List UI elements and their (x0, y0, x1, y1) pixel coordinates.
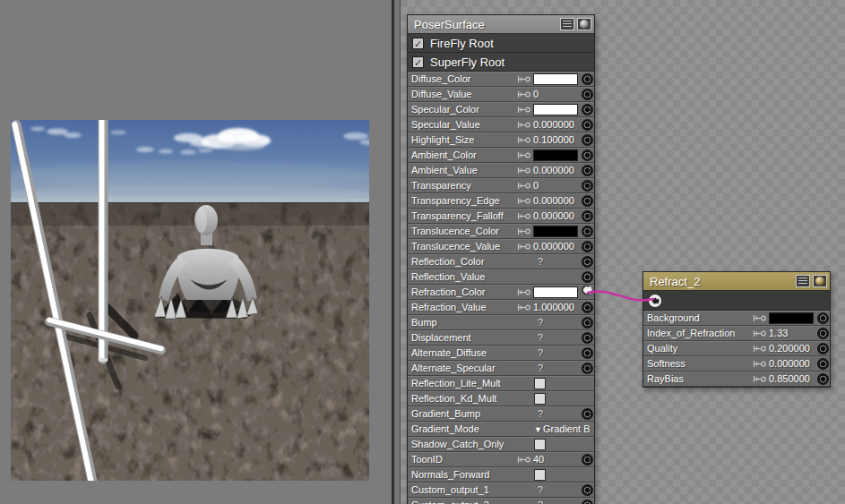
node-header[interactable]: Refract_2 (643, 272, 830, 291)
node-connector[interactable] (582, 89, 593, 100)
param-value[interactable]: 40 (533, 454, 544, 465)
animation-key-icon[interactable] (517, 303, 533, 312)
node-posersurface[interactable]: PoserSurface ✓ FireFly Root ✓ SuperFly R… (407, 14, 595, 504)
param-value-area: ? (533, 363, 580, 373)
color-swatch[interactable] (769, 312, 814, 324)
node-connector[interactable] (582, 119, 593, 131)
node-connector[interactable] (582, 408, 593, 420)
node-connector[interactable] (582, 73, 593, 85)
animation-key-icon[interactable] (753, 314, 769, 322)
node-refract-2[interactable]: Refract_2 BackgroundIndex_of_Refraction1… (642, 271, 831, 388)
panel-splitter[interactable] (392, 0, 401, 504)
param-value[interactable]: 0.000000 (533, 241, 574, 252)
node-connector[interactable] (582, 165, 593, 176)
param-value[interactable]: 0 (533, 180, 539, 191)
node-connector[interactable] (582, 134, 593, 146)
node-connector[interactable] (817, 312, 829, 324)
dropdown-value[interactable]: ▼Gradient B (534, 423, 591, 434)
unset-value[interactable]: ? (533, 363, 543, 373)
param-value[interactable]: 1.33 (769, 328, 788, 338)
param-value[interactable]: 0.100000 (533, 134, 574, 145)
animation-key-icon[interactable] (517, 90, 533, 98)
node-connector[interactable] (817, 358, 829, 370)
param-value[interactable]: 0.200000 (769, 343, 810, 354)
color-swatch[interactable] (533, 286, 578, 298)
node-connector[interactable] (582, 484, 593, 496)
node-connector[interactable] (582, 210, 593, 222)
param-value[interactable]: 0.000000 (533, 195, 574, 206)
param-value-area: ? (533, 500, 580, 504)
node-connector[interactable] (582, 317, 593, 329)
param-row-bump: Bump? (408, 315, 594, 330)
param-value[interactable]: 0.000000 (533, 119, 574, 130)
preview-sphere-icon[interactable] (813, 275, 827, 287)
animation-key-icon[interactable] (517, 151, 533, 159)
unset-value[interactable]: ? (533, 484, 543, 495)
param-value[interactable]: 0.850000 (769, 373, 810, 384)
unset-value[interactable]: ? (533, 500, 543, 504)
node-connector[interactable] (582, 347, 593, 359)
node-connector[interactable] (582, 195, 593, 207)
list-icon[interactable] (560, 18, 574, 30)
firefly-root-checkbox[interactable]: ✓ (412, 38, 424, 49)
animation-key-icon[interactable] (517, 243, 533, 251)
node-connector[interactable] (582, 104, 593, 115)
animation-key-icon[interactable] (517, 182, 533, 190)
param-row-refraction_value: Refraction_Value1.000000 (408, 300, 594, 315)
node-connector[interactable] (582, 332, 593, 344)
node-connector[interactable] (582, 302, 593, 313)
node-connector[interactable] (582, 226, 593, 237)
animation-key-icon[interactable] (517, 227, 533, 235)
node-connector[interactable] (582, 256, 593, 268)
animation-key-icon[interactable] (517, 456, 533, 464)
node-connector[interactable] (582, 271, 593, 283)
animation-key-icon[interactable] (517, 288, 533, 296)
animation-key-icon[interactable] (517, 121, 533, 129)
animation-key-icon[interactable] (753, 345, 769, 353)
animation-key-icon[interactable] (517, 75, 533, 83)
animation-key-icon[interactable] (753, 329, 769, 337)
list-icon[interactable] (796, 275, 810, 287)
param-checkbox[interactable] (534, 393, 546, 405)
node-connector[interactable] (582, 180, 593, 192)
output-socket-icon[interactable] (647, 293, 663, 309)
animation-key-icon[interactable] (753, 360, 769, 368)
param-value[interactable]: 0.000000 (769, 358, 810, 369)
color-swatch[interactable] (533, 73, 578, 85)
color-swatch[interactable] (533, 104, 578, 115)
node-connector[interactable] (817, 343, 829, 355)
animation-key-icon[interactable] (517, 212, 533, 220)
unset-value[interactable]: ? (533, 317, 543, 328)
node-connector[interactable] (582, 149, 593, 161)
animation-key-icon[interactable] (517, 106, 533, 114)
animation-key-icon[interactable] (517, 197, 533, 205)
param-value[interactable]: 0.000000 (533, 210, 574, 221)
param-value[interactable]: 0.000000 (533, 165, 574, 175)
param-value[interactable]: 1.000000 (533, 302, 574, 312)
param-checkbox[interactable] (534, 378, 546, 389)
connector-area (815, 312, 830, 324)
node-connector[interactable] (582, 363, 593, 374)
node-header[interactable]: PoserSurface (408, 15, 594, 34)
param-label: Normals_Forward (411, 469, 518, 480)
param-checkbox[interactable] (534, 469, 546, 481)
param-checkbox[interactable] (534, 439, 546, 450)
param-value[interactable]: 0 (533, 89, 539, 99)
node-connector[interactable] (817, 373, 829, 385)
node-connector[interactable] (582, 454, 593, 466)
node-connector[interactable] (582, 241, 593, 252)
animation-key-icon[interactable] (517, 167, 533, 175)
unset-value[interactable]: ? (533, 256, 543, 267)
color-swatch[interactable] (533, 149, 578, 161)
node-connector[interactable] (582, 500, 593, 504)
unset-value[interactable]: ? (533, 332, 543, 343)
node-connector-plugged[interactable] (581, 284, 593, 300)
unset-value[interactable]: ? (533, 408, 543, 419)
unset-value[interactable]: ? (533, 347, 543, 358)
preview-sphere-icon[interactable] (577, 18, 591, 30)
animation-key-icon[interactable] (517, 136, 533, 144)
color-swatch[interactable] (533, 226, 578, 237)
node-connector[interactable] (817, 328, 829, 339)
animation-key-icon[interactable] (753, 375, 769, 383)
superfly-root-checkbox[interactable]: ✓ (412, 56, 424, 68)
